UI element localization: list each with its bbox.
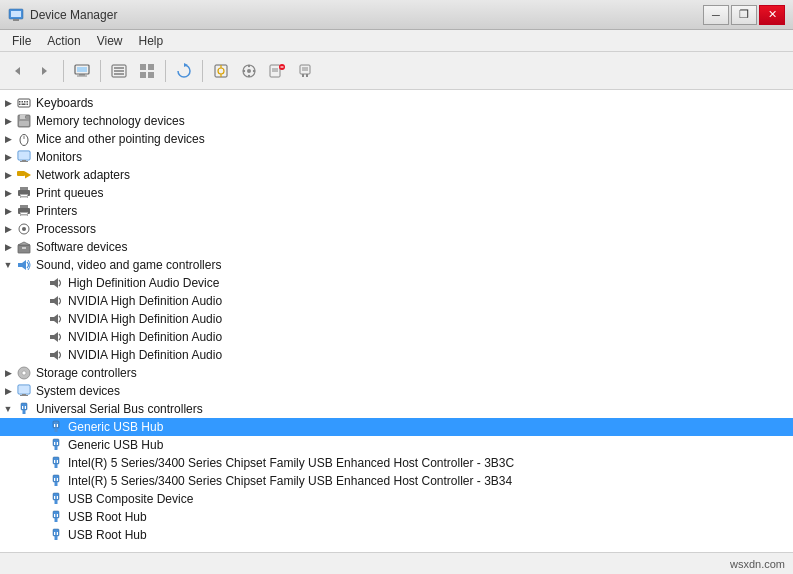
svg-rect-121 bbox=[54, 532, 55, 535]
svg-rect-8 bbox=[77, 75, 87, 76]
close-button[interactable]: ✕ bbox=[759, 5, 785, 25]
menu-action[interactable]: Action bbox=[39, 32, 88, 50]
tree-item-system[interactable]: ▶System devices bbox=[0, 382, 793, 400]
toolbar-back[interactable] bbox=[4, 58, 30, 84]
tree-label-generic-usb-2: Generic USB Hub bbox=[68, 438, 785, 452]
svg-rect-62 bbox=[21, 197, 27, 198]
tree-item-intel-usb-3b3c[interactable]: Intel(R) 5 Series/3400 Series Chipset Fa… bbox=[0, 454, 793, 472]
tree-item-usb-root-1[interactable]: USB Root Hub bbox=[0, 508, 793, 526]
tree-item-print-queues[interactable]: ▶Print queues bbox=[0, 184, 793, 202]
tree-expander-mice[interactable]: ▶ bbox=[0, 131, 16, 147]
tree-item-processors[interactable]: ▶Processors bbox=[0, 220, 793, 238]
tree-item-nvidia-audio-3[interactable]: NVIDIA High Definition Audio bbox=[0, 328, 793, 346]
svg-rect-40 bbox=[22, 101, 24, 103]
tree-view[interactable]: ▶Keyboards▶Memory technology devices▶Mic… bbox=[0, 90, 793, 552]
tree-label-usb-composite: USB Composite Device bbox=[68, 492, 785, 506]
tree-icon-intel-usb-3b34 bbox=[48, 473, 64, 489]
tree-item-monitors[interactable]: ▶Monitors bbox=[0, 148, 793, 166]
tree-expander-print-queues[interactable]: ▶ bbox=[0, 185, 16, 201]
svg-rect-97 bbox=[54, 424, 55, 427]
svg-rect-92 bbox=[23, 410, 26, 414]
tree-icon-memory bbox=[16, 113, 32, 129]
toolbar-computer[interactable] bbox=[69, 58, 95, 84]
toolbar-remove[interactable] bbox=[264, 58, 290, 84]
tree-expander-processors[interactable]: ▶ bbox=[0, 221, 16, 237]
tree-item-usb[interactable]: ▼Universal Serial Bus controllers bbox=[0, 400, 793, 418]
toolbar-action[interactable] bbox=[236, 58, 262, 84]
tree-item-storage[interactable]: ▶Storage controllers bbox=[0, 364, 793, 382]
toolbar-grid[interactable] bbox=[134, 58, 160, 84]
tree-item-mice[interactable]: ▶Mice and other pointing devices bbox=[0, 130, 793, 148]
svg-point-24 bbox=[248, 64, 250, 66]
tree-expander-software-devices[interactable]: ▶ bbox=[0, 239, 16, 255]
tree-item-memory[interactable]: ▶Memory technology devices bbox=[0, 112, 793, 130]
toolbar-refresh[interactable] bbox=[171, 58, 197, 84]
menu-help[interactable]: Help bbox=[131, 32, 172, 50]
tree-item-intel-usb-3b34[interactable]: Intel(R) 5 Series/3400 Series Chipset Fa… bbox=[0, 472, 793, 490]
menu-view[interactable]: View bbox=[89, 32, 131, 50]
svg-rect-61 bbox=[21, 195, 27, 196]
tree-item-generic-usb-2[interactable]: Generic USB Hub bbox=[0, 436, 793, 454]
svg-rect-109 bbox=[54, 478, 55, 481]
svg-point-86 bbox=[22, 371, 26, 375]
tree-expander-system[interactable]: ▶ bbox=[0, 383, 16, 399]
tree-item-usb-composite[interactable]: USB Composite Device bbox=[0, 490, 793, 508]
window-title: Device Manager bbox=[30, 8, 117, 22]
tree-expander-keyboards[interactable]: ▶ bbox=[0, 95, 16, 111]
tree-icon-hd-audio bbox=[48, 275, 64, 291]
tree-icon-monitors bbox=[16, 149, 32, 165]
tree-item-nvidia-audio-4[interactable]: NVIDIA High Definition Audio bbox=[0, 346, 793, 364]
svg-marker-78 bbox=[54, 296, 58, 306]
tree-item-keyboards[interactable]: ▶Keyboards bbox=[0, 94, 793, 112]
svg-rect-99 bbox=[53, 439, 59, 446]
toolbar bbox=[0, 52, 793, 90]
tree-expander-storage[interactable]: ▶ bbox=[0, 365, 16, 381]
tree-item-printers[interactable]: ▶Printers bbox=[0, 202, 793, 220]
tree-item-nvidia-audio-2[interactable]: NVIDIA High Definition Audio bbox=[0, 310, 793, 328]
tree-item-hd-audio[interactable]: High Definition Audio Device bbox=[0, 274, 793, 292]
tree-icon-system bbox=[16, 383, 32, 399]
svg-marker-76 bbox=[54, 278, 58, 288]
tree-icon-nvidia-audio-4 bbox=[48, 347, 64, 363]
svg-rect-44 bbox=[22, 104, 26, 106]
minimize-button[interactable]: ─ bbox=[703, 5, 729, 25]
tree-item-sound[interactable]: ▼Sound, video and game controllers bbox=[0, 256, 793, 274]
tree-item-generic-usb-1[interactable]: Generic USB Hub bbox=[0, 418, 793, 436]
tree-expander-monitors[interactable]: ▶ bbox=[0, 149, 16, 165]
tree-expander-usb[interactable]: ▼ bbox=[0, 401, 16, 417]
tree-item-network[interactable]: ▶Network adapters bbox=[0, 166, 793, 184]
tree-item-usb-root-2[interactable]: USB Root Hub bbox=[0, 526, 793, 544]
svg-rect-2 bbox=[13, 19, 19, 21]
menu-file[interactable]: File bbox=[4, 32, 39, 50]
title-bar: Device Manager ─ ❐ ✕ bbox=[0, 0, 793, 30]
svg-rect-102 bbox=[57, 442, 58, 445]
svg-rect-101 bbox=[54, 442, 55, 445]
tree-expander-memory[interactable]: ▶ bbox=[0, 113, 16, 129]
tree-label-intel-usb-3b3c: Intel(R) 5 Series/3400 Series Chipset Fa… bbox=[68, 456, 785, 470]
svg-rect-89 bbox=[22, 394, 26, 395]
svg-rect-79 bbox=[50, 317, 54, 321]
toolbar-scan[interactable] bbox=[208, 58, 234, 84]
svg-rect-42 bbox=[27, 101, 29, 103]
tree-item-nvidia-audio-1[interactable]: NVIDIA High Definition Audio bbox=[0, 292, 793, 310]
svg-marker-57 bbox=[25, 172, 31, 179]
tree-expander-network[interactable]: ▶ bbox=[0, 167, 16, 183]
toolbar-forward[interactable] bbox=[32, 58, 58, 84]
tree-item-software-devices[interactable]: ▶Software devices bbox=[0, 238, 793, 256]
tree-expander-sound[interactable]: ▼ bbox=[0, 257, 16, 273]
svg-rect-7 bbox=[79, 74, 85, 76]
menu-bar: File Action View Help bbox=[0, 30, 793, 52]
toolbar-list[interactable] bbox=[106, 58, 132, 84]
svg-rect-10 bbox=[114, 67, 124, 69]
svg-rect-15 bbox=[140, 72, 146, 78]
tree-expander-printers[interactable]: ▶ bbox=[0, 203, 16, 219]
svg-rect-34 bbox=[302, 74, 304, 77]
svg-marker-80 bbox=[54, 314, 58, 324]
svg-rect-103 bbox=[53, 457, 59, 464]
restore-button[interactable]: ❐ bbox=[731, 5, 757, 25]
svg-rect-53 bbox=[19, 152, 29, 159]
svg-marker-3 bbox=[15, 67, 20, 75]
svg-rect-96 bbox=[55, 428, 58, 432]
toolbar-plugin[interactable] bbox=[292, 58, 318, 84]
svg-rect-1 bbox=[11, 11, 21, 17]
